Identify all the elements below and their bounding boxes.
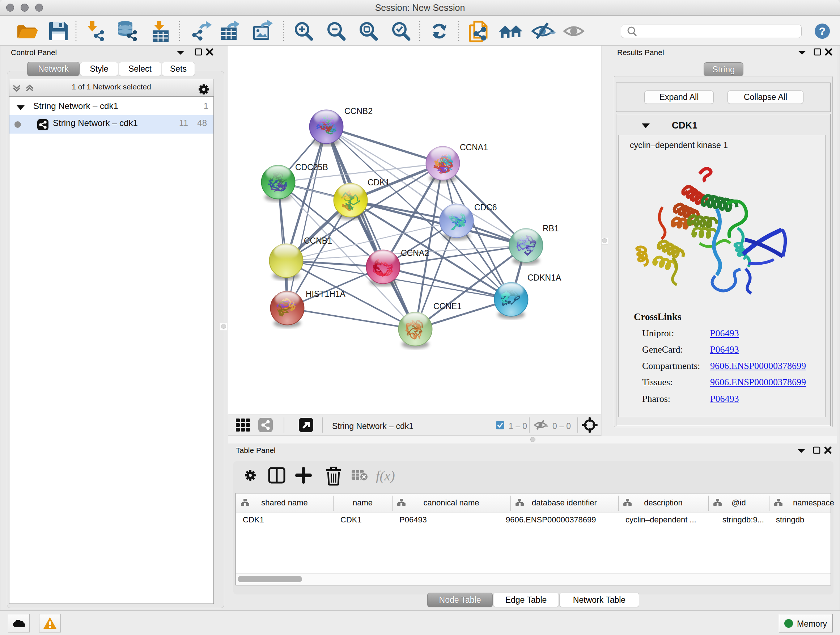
svg-text:?: ? <box>819 25 826 37</box>
svg-text:CCNB2: CCNB2 <box>344 106 373 116</box>
svg-text:String Network – cdk1: String Network – cdk1 <box>332 421 414 431</box>
svg-text:RB1: RB1 <box>543 224 559 233</box>
svg-text:f(x): f(x) <box>376 468 395 484</box>
svg-text:CCNE1: CCNE1 <box>433 302 462 311</box>
svg-text:CDKN1A: CDKN1A <box>527 273 561 282</box>
svg-text:CDK1: CDK1 <box>368 178 390 187</box>
svg-text:CCNA1: CCNA1 <box>460 143 488 152</box>
svg-text:CDC25B: CDC25B <box>295 163 328 172</box>
svg-text:HIST1H1A: HIST1H1A <box>306 289 346 299</box>
svg-text:CCNA2: CCNA2 <box>401 249 429 258</box>
svg-text:0 – 0: 0 – 0 <box>553 421 571 431</box>
svg-text:CDC6: CDC6 <box>474 203 497 212</box>
svg-text:1 – 0: 1 – 0 <box>508 421 527 431</box>
svg-text:CCNB1: CCNB1 <box>304 236 332 245</box>
